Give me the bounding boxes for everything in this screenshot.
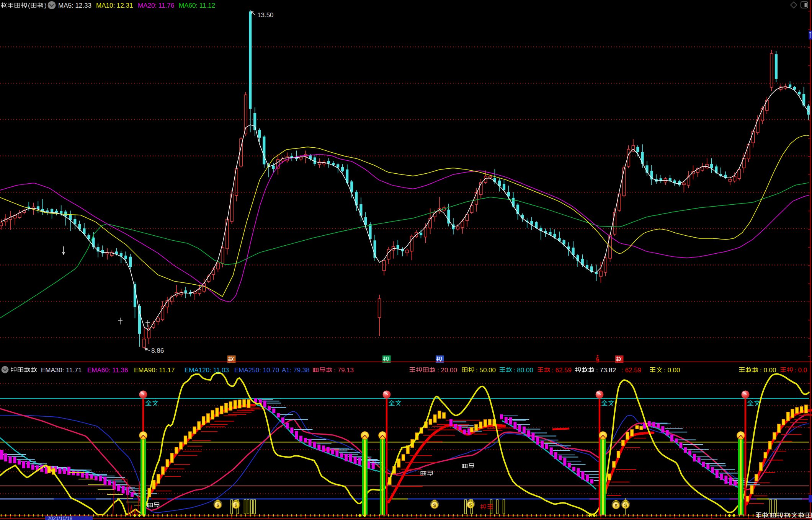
svg-text:2021/10/18: 2021/10/18 (47, 515, 72, 520)
svg-text:(: ( (28, 2, 30, 9)
svg-text:: 0.0: : 0.0 (794, 367, 807, 374)
svg-text:13.50: 13.50 (257, 11, 274, 19)
svg-text:EMA90: 11.17: EMA90: 11.17 (134, 367, 175, 374)
svg-text:: 80.00: : 80.00 (513, 367, 533, 374)
svg-text:EMA250: 10.70: EMA250: 10.70 (234, 367, 279, 374)
svg-text:: 50.00: : 50.00 (476, 367, 496, 374)
svg-text:EMA60: 11.36: EMA60: 11.36 (87, 367, 128, 374)
svg-text:EMA30: 11.71: EMA30: 11.71 (41, 367, 82, 374)
svg-text:): ) (44, 2, 47, 9)
svg-text:: 62.59: : 62.59 (621, 367, 641, 374)
svg-text:EMA120: 11.03: EMA120: 11.03 (185, 367, 229, 374)
svg-text:: 0.00: : 0.00 (664, 367, 680, 374)
svg-text:: 79.13: : 79.13 (334, 367, 354, 374)
svg-text:: 62.59: : 62.59 (552, 367, 572, 374)
svg-text:MA5: 12.33: MA5: 12.33 (58, 2, 91, 9)
svg-text:$: $ (614, 503, 618, 509)
svg-text:§: § (596, 356, 599, 364)
svg-text:MA60: 11.12: MA60: 11.12 (179, 2, 215, 9)
svg-text:MA10: 12.31: MA10: 12.31 (96, 2, 133, 9)
svg-text:: 0.00: : 0.00 (760, 367, 776, 374)
svg-text:$: $ (216, 502, 219, 508)
svg-text:: 20.00: : 20.00 (437, 367, 457, 374)
svg-text:A1: 79.38: A1: 79.38 (282, 367, 310, 374)
svg-text:: 73.82: : 73.82 (596, 367, 616, 374)
svg-text:$: $ (433, 502, 436, 508)
svg-text:MA20: 11.76: MA20: 11.76 (138, 2, 174, 9)
svg-text:8.86: 8.86 (151, 347, 164, 354)
